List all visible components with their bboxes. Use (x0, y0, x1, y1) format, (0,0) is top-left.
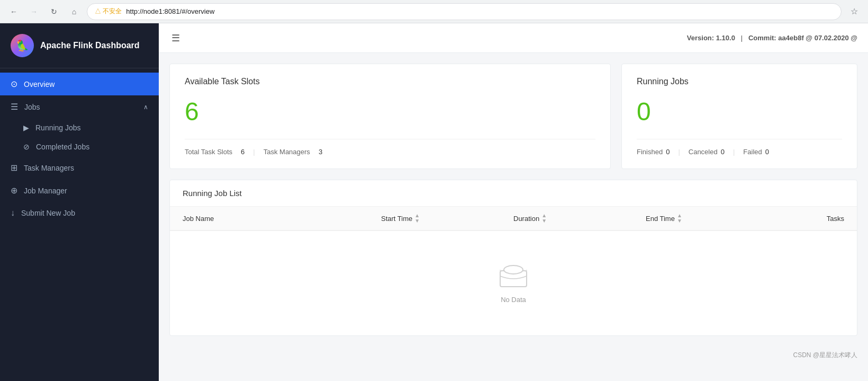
address-bar[interactable]: △ 不安全 http://node1:8081/#/overview (87, 3, 842, 20)
col-header-job-name: Job Name (183, 215, 381, 223)
jobs-icon: ☰ (11, 102, 18, 112)
version-label: Version: (687, 34, 714, 42)
sidebar-logo: 🦜 Apache Flink Dashboard (0, 23, 159, 68)
back-button[interactable]: ← (6, 4, 21, 19)
sidebar-item-submit-new-job-label: Submit New Job (21, 209, 148, 217)
canceled-stat: Canceled 0 (689, 148, 725, 156)
forward-button[interactable]: → (26, 4, 41, 19)
running-jobs-title: Running Jobs (637, 77, 842, 86)
finished-stat: Finished 0 (637, 148, 670, 156)
no-data-text: No Data (501, 296, 526, 304)
sidebar-item-job-manager-label: Job Manager (24, 187, 148, 195)
stats-divider-1: | (253, 148, 255, 156)
bookmark-button[interactable]: ☆ (847, 4, 862, 19)
col-header-duration[interactable]: Duration ▲ ▼ (513, 213, 646, 224)
stats-divider-2: | (678, 148, 680, 156)
available-task-slots-value: 6 (185, 97, 595, 126)
browser-chrome: ← → ↻ ⌂ △ 不安全 http://node1:8081/#/overvi… (0, 0, 868, 23)
topbar: ☰ Version: 1.10.0 | Commit: aa4eb8f @ 07… (159, 23, 868, 53)
reload-button[interactable]: ↻ (47, 4, 61, 19)
topbar-left: ☰ (169, 30, 182, 46)
end-time-sort-icon: ▲ ▼ (677, 213, 682, 224)
job-list-section: Running Job List Job Name Start Time ▲ ▼… (169, 180, 857, 336)
start-time-sort-icon: ▲ ▼ (414, 213, 420, 224)
failed-value: 0 (765, 148, 769, 156)
sidebar-item-overview-label: Overview (24, 80, 148, 88)
topbar-version-info: Version: 1.10.0 | Commit: aa4eb8f @ 07.0… (687, 34, 857, 42)
running-jobs-stats: Finished 0 | Canceled 0 | Failed 0 (637, 139, 842, 156)
security-warning: △ 不安全 (95, 7, 122, 16)
sidebar-navigation: ⊙ Overview ☰ Jobs ∧ ▶ Running Jobs ⊘ Com… (0, 68, 159, 228)
sidebar-item-jobs[interactable]: ☰ Jobs ∧ (0, 95, 159, 118)
total-task-slots-label: Total Task Slots (185, 148, 232, 156)
watermark: CSDN @星星法术哮人 (159, 347, 868, 364)
col-header-end-time[interactable]: End Time ▲ ▼ (646, 213, 778, 224)
canceled-label: Canceled (689, 148, 718, 156)
sidebar-item-job-manager[interactable]: ⊕ Job Manager (0, 179, 159, 202)
app-logo-icon: 🦜 (11, 34, 34, 57)
no-data-container: No Data (170, 231, 857, 335)
sidebar: 🦜 Apache Flink Dashboard ⊙ Overview ☰ Jo… (0, 23, 159, 381)
task-managers-value: 3 (319, 148, 322, 156)
app-container: 🦜 Apache Flink Dashboard ⊙ Overview ☰ Jo… (0, 23, 868, 381)
failed-label: Failed (743, 148, 762, 156)
main-content: ☰ Version: 1.10.0 | Commit: aa4eb8f @ 07… (159, 23, 868, 381)
sidebar-item-task-managers-label: Task Managers (24, 164, 148, 172)
duration-sort-icon: ▲ ▼ (541, 213, 547, 224)
commit-label: Commit: (748, 34, 776, 42)
running-jobs-value: 0 (637, 97, 842, 126)
url-text: http://node1:8081/#/overview (126, 7, 214, 15)
running-jobs-card: Running Jobs 0 Finished 0 | Canceled 0 | (621, 64, 857, 169)
sidebar-item-completed-jobs-label: Completed Jobs (36, 143, 89, 151)
sidebar-item-jobs-label: Jobs (24, 103, 137, 111)
jobs-expand-arrow: ∧ (143, 103, 148, 111)
no-data-icon (498, 263, 529, 289)
menu-toggle-button[interactable]: ☰ (169, 30, 182, 46)
col-header-start-time[interactable]: Start Time ▲ ▼ (381, 213, 513, 224)
submit-new-job-icon: ↓ (11, 208, 15, 218)
svg-point-1 (504, 265, 523, 274)
task-managers-label: Task Managers (264, 148, 310, 156)
sidebar-item-completed-jobs[interactable]: ⊘ Completed Jobs (0, 137, 159, 156)
sidebar-item-task-managers[interactable]: ⊞ Task Managers (0, 156, 159, 179)
sidebar-item-running-jobs[interactable]: ▶ Running Jobs (0, 118, 159, 137)
finished-value: 0 (666, 148, 670, 156)
available-task-slots-title: Available Task Slots (185, 77, 595, 86)
running-jobs-icon: ▶ (23, 123, 29, 132)
content-area: Available Task Slots 6 Total Task Slots … (159, 53, 868, 347)
cards-row: Available Task Slots 6 Total Task Slots … (169, 64, 857, 169)
sidebar-item-overview[interactable]: ⊙ Overview (0, 73, 159, 95)
version-value: 1.10.0 (716, 34, 735, 42)
job-table-header: Job Name Start Time ▲ ▼ Duration ▲ ▼ (170, 207, 857, 231)
completed-jobs-icon: ⊘ (23, 143, 30, 151)
job-list-title: Running Job List (170, 180, 857, 207)
finished-label: Finished (637, 148, 663, 156)
app-title: Apache Flink Dashboard (40, 41, 140, 50)
available-task-slots-card: Available Task Slots 6 Total Task Slots … (169, 64, 611, 169)
failed-stat: Failed 0 (743, 148, 769, 156)
task-managers-icon: ⊞ (11, 163, 17, 173)
canceled-value: 0 (721, 148, 725, 156)
sidebar-item-running-jobs-label: Running Jobs (35, 123, 81, 132)
col-header-tasks: Tasks (778, 215, 844, 223)
stats-divider-3: | (733, 148, 735, 156)
sidebar-item-submit-new-job[interactable]: ↓ Submit New Job (0, 202, 159, 224)
total-task-slots-value: 6 (241, 148, 245, 156)
home-button[interactable]: ⌂ (67, 4, 82, 19)
commit-value: aa4eb8f @ 07.02.2020 @ (778, 34, 857, 42)
task-slots-stats: Total Task Slots 6 | Task Managers 3 (185, 139, 595, 156)
job-manager-icon: ⊕ (11, 185, 17, 196)
overview-icon: ⊙ (11, 79, 17, 89)
